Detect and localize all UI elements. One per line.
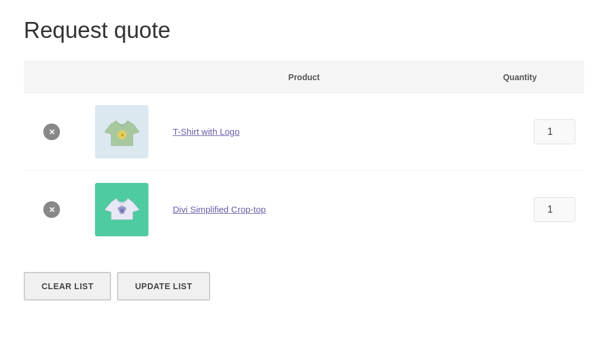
product-link-1[interactable]: T-Shirt with Logo: [173, 126, 240, 137]
product-image-2: [95, 183, 148, 236]
table-row: Divi Simplified Crop-top: [24, 171, 584, 249]
quantity-cell-2: [444, 171, 584, 249]
svg-point-6: [121, 209, 124, 212]
quantity-input-1[interactable]: [534, 119, 575, 144]
product-image-cell-2: [80, 171, 164, 249]
col-header-quantity: Quantity: [444, 62, 584, 93]
col-header-remove: [24, 62, 80, 93]
tshirt-logo-icon: ★: [103, 113, 141, 151]
crop-top-icon: [103, 191, 141, 229]
product-name-cell-1: T-Shirt with Logo: [164, 93, 444, 171]
col-header-image: [80, 62, 164, 93]
table-header: Product Quantity: [24, 62, 584, 93]
action-buttons: Clear List Update List: [24, 272, 584, 300]
remove-cell-2: [24, 171, 80, 249]
clear-list-button[interactable]: Clear List: [24, 272, 111, 300]
remove-cell: [24, 93, 80, 171]
quantity-cell-1: [444, 93, 584, 171]
update-list-button[interactable]: Update List: [117, 272, 210, 300]
table-row: ★ T-Shirt with Logo: [24, 93, 584, 171]
product-link-2[interactable]: Divi Simplified Crop-top: [173, 204, 266, 214]
remove-item-1-button[interactable]: [43, 124, 60, 140]
quantity-input-2[interactable]: [534, 197, 575, 222]
col-header-product: Product: [164, 62, 444, 93]
product-image-cell-1: ★: [80, 93, 164, 171]
page-title: Request quote: [24, 18, 584, 43]
remove-item-2-button[interactable]: [43, 201, 60, 218]
svg-text:★: ★: [120, 132, 124, 137]
svg-point-5: [120, 205, 124, 209]
product-name-cell-2: Divi Simplified Crop-top: [164, 171, 444, 249]
quote-table: Product Quantity ★: [24, 61, 584, 248]
product-image-1: ★: [95, 105, 148, 159]
